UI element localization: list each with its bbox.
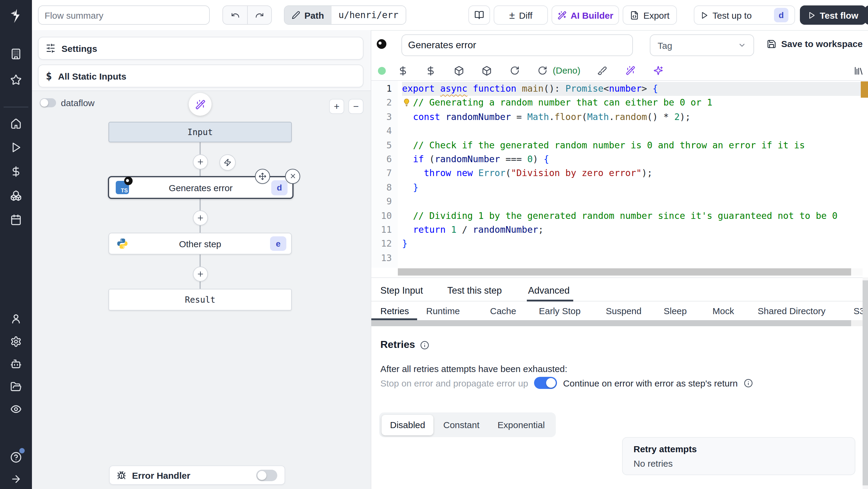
trigger-zap-button[interactable] (219, 154, 236, 171)
test-flow-button[interactable]: Test flow (800, 5, 866, 25)
retry-mode-exponential[interactable]: Exponential (489, 415, 553, 435)
redo-button[interactable] (248, 6, 271, 24)
error-handler-toggle[interactable] (256, 469, 277, 481)
code-line[interactable]: 11 return 1 / randomNumber; (371, 223, 868, 237)
zoom-out-button[interactable]: − (348, 99, 364, 114)
dataflow-toggle[interactable] (40, 98, 56, 107)
clipped-button[interactable] (864, 5, 868, 25)
tab-test-this-step[interactable]: Test this step (447, 285, 502, 296)
workers-bot-icon[interactable] (0, 356, 32, 371)
undo-button[interactable] (223, 6, 247, 24)
continue-on-error-label: Continue on error with error as step's r… (563, 378, 738, 388)
lightbulb-icon[interactable] (403, 98, 410, 107)
subtab-shared-directory[interactable]: Shared Directory (758, 306, 826, 316)
runtime-label: (Deno) (553, 65, 581, 75)
info-icon[interactable] (744, 378, 753, 388)
code-line[interactable]: 12} (371, 237, 868, 251)
resource-picker-icon[interactable] (425, 65, 436, 76)
runs-icon[interactable] (0, 140, 32, 154)
package-icon-2[interactable] (481, 65, 492, 76)
info-icon[interactable] (420, 340, 429, 349)
favorites-star-icon[interactable] (0, 72, 32, 87)
retries-exhausted-text: After all retries attempts have been exh… (380, 364, 567, 374)
tag-select[interactable]: Tag (650, 34, 754, 56)
help-icon[interactable] (0, 450, 32, 464)
tab-advanced[interactable]: Advanced (528, 285, 569, 296)
code-editor[interactable]: 1export async function main(): Promise<n… (371, 82, 868, 265)
error-handler-label: Error Handler (132, 470, 190, 480)
save-to-workspace-button[interactable]: Save to workspace (767, 39, 863, 49)
code-line[interactable]: 8 } (371, 181, 868, 195)
code-line[interactable]: 4 (371, 124, 868, 139)
path-button[interactable]: Path (284, 6, 331, 24)
step-name-input[interactable] (401, 34, 633, 56)
delete-step-button[interactable] (285, 169, 300, 184)
subtab-hscrollbar-thumb[interactable] (371, 320, 851, 326)
result-node[interactable]: Result (108, 289, 292, 310)
subtab-early-stop[interactable]: Early Stop (539, 306, 581, 316)
move-step-button[interactable] (255, 169, 270, 184)
retry-mode-constant[interactable]: Constant (435, 415, 488, 435)
sparkles-icon[interactable] (653, 65, 664, 76)
add-step-button[interactable] (193, 154, 208, 169)
flow-summary-input[interactable] (38, 5, 210, 25)
windmill-logo[interactable] (0, 7, 32, 24)
flow-settings-card[interactable]: Settings (38, 37, 364, 60)
resources-icon[interactable] (0, 188, 32, 203)
library-icon[interactable] (853, 65, 864, 76)
input-node[interactable]: Input (108, 122, 292, 142)
subtab-s3[interactable]: S3 (854, 306, 863, 316)
home-icon[interactable] (0, 116, 32, 131)
add-step-button[interactable] (193, 266, 208, 281)
other-step-node[interactable]: Other step e (108, 233, 292, 254)
workspace-icon[interactable] (0, 47, 32, 61)
export-button[interactable]: Export (623, 5, 677, 25)
code-line[interactable]: 10 // Dividing 1 by the generated random… (371, 209, 868, 223)
subtab-cache[interactable]: Cache (490, 306, 516, 316)
variables-icon[interactable] (0, 164, 32, 179)
settings-label: Settings (61, 43, 97, 53)
subtab-runtime[interactable]: Runtime (426, 306, 460, 316)
folders-icon[interactable] (0, 379, 32, 394)
test-up-to-button[interactable]: Test up to d (694, 5, 795, 25)
code-line[interactable]: 7 throw new Error("Division by zero erro… (371, 167, 868, 181)
stop-on-error-label[interactable]: Stop on error and propagate error up (380, 378, 528, 388)
code-line[interactable]: 6 if (randomNumber === 0) { (371, 153, 868, 167)
ai-flow-wand-button[interactable] (189, 93, 212, 116)
subtab-suspend[interactable]: Suspend (606, 306, 641, 316)
path-group: Path u/henri/err (284, 5, 406, 25)
format-brush-icon[interactable] (597, 65, 608, 76)
error-handler-card[interactable]: Error Handler (109, 465, 285, 485)
subtab-sleep[interactable]: Sleep (664, 306, 687, 316)
ai-builder-button[interactable]: AI Builder (552, 5, 619, 25)
code-line[interactable]: 13 (371, 251, 868, 265)
collapse-arrow-icon[interactable] (0, 471, 32, 486)
add-step-button[interactable] (193, 210, 208, 225)
retry-mode-disabled[interactable]: Disabled (381, 415, 434, 435)
reload-runtime-icon[interactable] (537, 65, 548, 76)
code-line[interactable]: 2 // Generating a random number that can… (371, 96, 868, 110)
tab-step-input[interactable]: Step Input (380, 285, 423, 296)
continue-on-error-toggle[interactable] (534, 377, 557, 389)
schedules-icon[interactable] (0, 212, 32, 227)
panel-vscrollbar-thumb[interactable] (863, 280, 868, 485)
reset-icon[interactable] (509, 65, 520, 76)
editor-hscrollbar-thumb[interactable] (398, 268, 851, 276)
settings-gear-icon[interactable] (0, 334, 32, 348)
zoom-in-button[interactable]: + (329, 99, 344, 114)
audit-eye-icon[interactable] (0, 402, 32, 416)
subtab-mock[interactable]: Mock (712, 306, 734, 316)
user-icon[interactable] (0, 311, 32, 326)
package-icon[interactable] (453, 65, 464, 76)
diff-button[interactable]: ±Diff (494, 5, 548, 25)
code-line[interactable]: 3 const randomNumber = Math.floor(Math.r… (371, 110, 868, 124)
path-value[interactable]: u/henri/err (331, 6, 406, 24)
static-inputs-card[interactable]: $ All Static Inputs (38, 64, 364, 87)
code-line[interactable]: 1export async function main(): Promise<n… (371, 82, 868, 96)
ai-wand-icon[interactable] (625, 65, 636, 76)
code-line[interactable]: 9 (371, 195, 868, 209)
code-line[interactable]: 5 // Check if the generated random numbe… (371, 139, 868, 153)
variable-picker-icon[interactable] (397, 65, 408, 76)
subtab-retries[interactable]: Retries (380, 306, 409, 316)
docs-button[interactable] (468, 5, 490, 25)
